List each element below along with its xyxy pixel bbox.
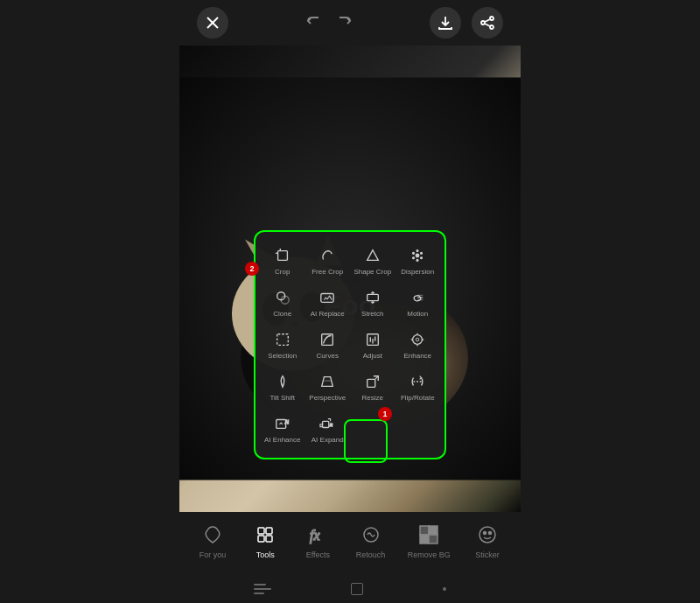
tool-selection[interactable]: Selection bbox=[261, 325, 304, 365]
svg-point-20 bbox=[413, 252, 415, 254]
back-nav[interactable] bbox=[443, 587, 446, 591]
tool-free-crop[interactable]: Free Crop bbox=[306, 241, 350, 281]
svg-rect-60 bbox=[429, 526, 438, 535]
tool-curves[interactable]: Curves bbox=[306, 325, 350, 365]
svg-point-3 bbox=[490, 25, 494, 29]
undo-button[interactable] bbox=[299, 9, 327, 37]
svg-rect-61 bbox=[420, 535, 429, 543]
resize-label: Resize bbox=[362, 394, 383, 402]
svg-point-25 bbox=[416, 260, 418, 262]
tool-motion[interactable]: Motion bbox=[396, 283, 440, 323]
for-you-label: For you bbox=[200, 550, 227, 559]
stretch-icon bbox=[363, 288, 382, 307]
tilt-shift-icon bbox=[273, 372, 292, 391]
effects-icon: fx bbox=[305, 522, 330, 547]
bottom-item-effects[interactable]: fx Effects bbox=[295, 519, 340, 563]
download-button[interactable] bbox=[430, 7, 461, 39]
tool-ai-expand[interactable]: AI AI Expand bbox=[306, 409, 350, 449]
retouch-label: Retouch bbox=[356, 550, 386, 559]
motion-label: Motion bbox=[407, 310, 428, 318]
motion-icon bbox=[408, 288, 427, 307]
tool-dispersion[interactable]: Dispersion bbox=[396, 241, 440, 281]
ai-enhance-label: AI Enhance bbox=[264, 436, 300, 444]
bottom-toolbar: For you Tools fx Effects Retouch bbox=[179, 512, 521, 575]
tool-enhance[interactable]: Enhance bbox=[396, 325, 440, 365]
clone-icon bbox=[273, 288, 292, 307]
selection-label: Selection bbox=[268, 352, 297, 360]
clone-label: Clone bbox=[273, 310, 291, 318]
ai-enhance-icon: AI bbox=[273, 414, 292, 433]
retouch-icon bbox=[359, 522, 383, 547]
svg-rect-15 bbox=[277, 251, 287, 261]
tool-clone[interactable]: Clone bbox=[261, 283, 304, 323]
svg-rect-55 bbox=[258, 536, 264, 542]
effects-label: Effects bbox=[306, 550, 330, 559]
tool-tilt-shift[interactable]: Tilt Shift bbox=[261, 367, 304, 407]
bottom-item-tools[interactable]: Tools bbox=[242, 519, 288, 563]
svg-rect-32 bbox=[276, 334, 288, 346]
free-crop-label: Free Crop bbox=[312, 268, 343, 276]
svg-point-22 bbox=[413, 257, 415, 259]
bottom-items: For you Tools fx Effects Retouch bbox=[179, 519, 521, 563]
adjust-label: Adjust bbox=[363, 352, 382, 360]
tools-grid: Crop Free Crop Shape Crop bbox=[261, 241, 439, 449]
bottom-item-retouch[interactable]: Retouch bbox=[348, 519, 394, 563]
ai-expand-label: AI Expand bbox=[312, 436, 344, 444]
free-crop-icon bbox=[318, 246, 337, 265]
svg-rect-62 bbox=[429, 535, 438, 543]
ai-replace-label: AI Replace bbox=[311, 310, 345, 318]
shape-crop-label: Shape Crop bbox=[354, 268, 391, 276]
svg-rect-53 bbox=[258, 528, 264, 534]
svg-point-24 bbox=[416, 250, 418, 252]
svg-point-64 bbox=[483, 532, 486, 535]
perspective-icon bbox=[318, 372, 337, 391]
crop-icon bbox=[273, 246, 292, 265]
tool-perspective[interactable]: Perspective bbox=[306, 367, 350, 407]
tool-adjust[interactable]: Adjust bbox=[351, 325, 395, 365]
ai-expand-icon: AI bbox=[318, 414, 337, 433]
tool-shape-crop[interactable]: Shape Crop bbox=[351, 241, 395, 281]
tool-crop[interactable]: Crop bbox=[261, 241, 304, 281]
svg-point-63 bbox=[480, 527, 495, 543]
top-bar-left bbox=[197, 7, 228, 39]
hamburger-nav[interactable] bbox=[254, 584, 271, 594]
ai-replace-icon bbox=[318, 288, 337, 307]
tilt-shift-label: Tilt Shift bbox=[270, 394, 295, 402]
undo-redo-group bbox=[299, 9, 359, 37]
home-nav[interactable] bbox=[351, 583, 363, 595]
tool-flip-rotate[interactable]: Flip/Rotate bbox=[396, 367, 440, 407]
for-you-icon bbox=[200, 522, 225, 547]
tool-ai-replace[interactable]: AI Replace bbox=[306, 283, 350, 323]
badge-2: 2 bbox=[245, 262, 259, 276]
flip-rotate-icon bbox=[408, 372, 427, 391]
bottom-item-for-you[interactable]: For you bbox=[190, 519, 235, 563]
enhance-label: Enhance bbox=[403, 352, 431, 360]
close-button[interactable] bbox=[197, 7, 228, 39]
svg-point-21 bbox=[421, 252, 423, 254]
redo-button[interactable] bbox=[331, 9, 359, 37]
svg-text:fx: fx bbox=[310, 528, 320, 543]
enhance-icon bbox=[408, 330, 427, 349]
svg-rect-29 bbox=[367, 294, 378, 300]
share-button[interactable] bbox=[472, 7, 503, 39]
svg-point-19 bbox=[416, 254, 419, 257]
curves-icon bbox=[318, 330, 337, 349]
svg-point-23 bbox=[421, 257, 423, 259]
sticker-icon bbox=[475, 522, 500, 547]
svg-point-39 bbox=[416, 338, 419, 341]
sticker-label: Sticker bbox=[475, 550, 500, 559]
svg-rect-46 bbox=[367, 379, 374, 387]
svg-point-2 bbox=[490, 17, 494, 20]
svg-line-5 bbox=[485, 19, 490, 22]
curves-label: Curves bbox=[317, 352, 339, 360]
tool-ai-enhance[interactable]: AI AI Enhance bbox=[261, 409, 304, 449]
badge-1: 1 bbox=[378, 407, 392, 421]
bottom-item-sticker[interactable]: Sticker bbox=[465, 519, 510, 563]
flip-rotate-label: Flip/Rotate bbox=[401, 394, 435, 402]
tool-resize[interactable]: Resize bbox=[351, 367, 395, 407]
svg-point-4 bbox=[481, 21, 485, 25]
tool-stretch[interactable]: Stretch bbox=[351, 283, 395, 323]
dispersion-label: Dispersion bbox=[401, 268, 434, 276]
svg-marker-44 bbox=[322, 377, 333, 387]
bottom-item-remove-bg[interactable]: Remove BG bbox=[401, 519, 458, 563]
